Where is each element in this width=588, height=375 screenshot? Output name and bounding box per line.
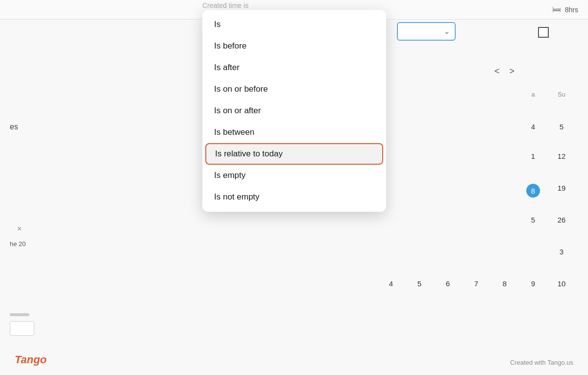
cal-cell[interactable]: 12	[555, 152, 568, 160]
dropdown-menu: Is Is before Is after Is on or before Is…	[202, 10, 386, 212]
cal-cell[interactable]: 4	[526, 123, 540, 131]
left-item-label: es	[10, 123, 18, 131]
scrollbar[interactable]	[10, 313, 29, 316]
cal-cell[interactable]: 6	[441, 279, 455, 288]
calendar-day-headers: a Su	[526, 91, 568, 98]
branding-left: Tango	[15, 353, 47, 366]
bed-icon: 🛏	[552, 4, 561, 15]
cal-cell[interactable]: 8	[498, 279, 512, 288]
chevron-down-icon: ⌄	[444, 27, 450, 35]
cal-cell[interactable]: 26	[555, 216, 568, 224]
cal-prev-button[interactable]: <	[494, 66, 500, 76]
filter-close-icon[interactable]: ×	[17, 225, 22, 233]
cal-day-su: Su	[555, 91, 568, 98]
dropdown-item-is-not-empty[interactable]: Is not empty	[202, 186, 386, 208]
calendar-row-6: 4 5 6 7 8 9 10	[384, 279, 568, 288]
dropdown-item-is-before[interactable]: Is before	[202, 35, 386, 57]
calendar-row-5: 3	[526, 248, 568, 256]
calendar-row-4: 5 26	[526, 216, 568, 224]
cal-cell[interactable]: 7	[469, 279, 483, 288]
cal-cell[interactable]: 9	[526, 279, 540, 288]
calendar-row-2: 1 12	[526, 152, 568, 160]
checkbox[interactable]	[538, 27, 549, 38]
calendar-row-1: 4 5	[526, 123, 568, 131]
checkbox-area	[538, 27, 549, 38]
dropdown-item-is-between[interactable]: Is between	[202, 122, 386, 143]
cal-next-button[interactable]: >	[509, 66, 514, 76]
small-input-box[interactable]	[10, 321, 34, 336]
cal-cell[interactable]	[526, 248, 540, 256]
filter-header: Created time is	[202, 1, 248, 9]
dropdown-item-is[interactable]: Is	[202, 14, 386, 35]
cal-cell[interactable]: 5	[413, 279, 426, 288]
dropdown-item-is-on-or-before[interactable]: Is on or before	[202, 78, 386, 100]
cal-cell[interactable]: 1	[526, 152, 540, 160]
hours-label: 8hrs	[565, 6, 578, 14]
cal-cell[interactable]: 5	[526, 216, 540, 224]
filter-text: he 20	[10, 240, 26, 248]
branding-right: Created with Tango.us	[510, 359, 573, 366]
calendar-row-3: 8 19	[526, 184, 568, 198]
dropdown-item-is-relative-to-today[interactable]: Is relative to today	[205, 143, 383, 165]
cal-cell[interactable]: 5	[555, 123, 568, 131]
cal-cell[interactable]: 10	[555, 279, 568, 288]
tango-logo: Tango	[15, 353, 47, 366]
cal-cell-highlighted[interactable]: 8	[526, 184, 540, 198]
credit-text: Created with Tango.us	[510, 359, 573, 366]
cal-cell[interactable]: 3	[555, 248, 568, 256]
dropdown-item-is-empty[interactable]: Is empty	[202, 165, 386, 186]
cal-day-sa: a	[526, 91, 540, 98]
dropdown-input[interactable]: ⌄	[397, 22, 456, 41]
dropdown-item-is-on-or-after[interactable]: Is on or after	[202, 100, 386, 122]
filter-header-text: Created time is	[202, 1, 248, 9]
cal-cell[interactable]: 4	[384, 279, 398, 288]
dropdown-item-is-after[interactable]: Is after	[202, 57, 386, 78]
cal-cell[interactable]: 19	[555, 184, 568, 198]
calendar-nav: < >	[494, 66, 514, 76]
